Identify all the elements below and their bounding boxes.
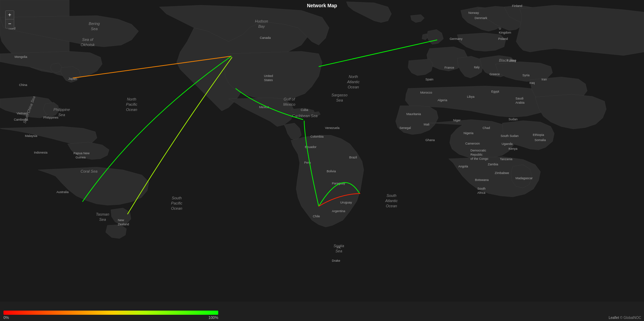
syria-label: Syria [522,73,530,77]
hudson-bay-label: Hudson [255,19,268,23]
svg-text:Atlantic: Atlantic [385,199,398,203]
iran-label: Iran [541,78,547,81]
sea-okhotsk-label: Sea of [82,37,94,42]
leaflet-link[interactable]: Leaflet [609,316,619,320]
gulf-mexico-label: Gulf of [284,97,295,101]
bolivia-label: Bolivia [327,170,336,173]
map-container: Network Map + − [0,0,644,321]
indonesia-label: Indonesia [34,151,47,154]
paraguay-label: Paraguay [332,182,345,185]
senegal-label: Senegal [399,126,411,130]
newzealand-label: New [118,218,124,222]
saudiarabia-label: Saudi [515,97,523,100]
ghana-label: Ghana [425,138,435,142]
madagascar-label: Madagascar [515,176,533,180]
zambia-label: Zambia [488,163,498,166]
uk-label2: Kingdom [499,31,511,34]
drc-label2: Republic [470,153,483,156]
png-label2: Guinea [76,156,86,159]
germany-label: Germany [450,37,463,41]
tasman-sea-label: Tasman [96,212,109,216]
svg-text:Ocean: Ocean [126,107,137,112]
chile-label: Chile [313,215,320,218]
svg-text:Okhotsk: Okhotsk [81,43,95,47]
svg-text:Atlantic: Atlantic [347,80,360,84]
svg-text:Ocean: Ocean [386,204,397,208]
copyright-label: © GlobalNOC [620,316,641,320]
svg-text:Sea: Sea [336,98,343,102]
south-pacific-label: South [172,196,182,200]
drc-label: Democratic [470,149,486,152]
egypt-label: Egypt [491,90,500,93]
svg-text:Pacific: Pacific [126,102,138,106]
poland-label: Poland [498,37,508,41]
southafrica-label2: Africa [477,191,485,194]
algeria-label: Algeria [438,98,447,102]
zoom-controls: + − [5,10,14,28]
svg-text:Sea: Sea [99,217,106,222]
legend-max-label: 100% [209,315,218,320]
somalia-label: Somalia [535,138,546,142]
ethiopia-label: Ethiopia [533,133,544,137]
south-atlantic-label: South [387,193,397,198]
svg-text:Bay: Bay [258,24,265,28]
argentina-label: Argentina [332,209,345,213]
mali-label: Mali [424,123,430,126]
canada-label: Canada [260,36,271,40]
tanzania-label: Tanzania [500,157,512,161]
spain-label: Spain [425,78,433,81]
bering-sea-label: Bering [89,21,100,26]
venezuela-label: Venezuela [325,126,339,130]
angola-label: Angola [458,165,468,168]
zoom-in-button[interactable]: + [5,10,14,19]
mongolia-label: Mongolia [15,55,27,59]
north-atlantic-label: North [349,75,358,79]
colombia-label: Colombia [310,135,324,138]
italy-label: Italy [474,66,480,69]
phil-sea-label: Philippine [53,107,70,112]
niger-label: Niger [453,119,461,122]
svg-text:Pacific: Pacific [171,201,183,205]
southafrica-label: South [477,187,486,190]
svg-text:Sea: Sea [335,249,342,253]
uganda-label: Uganda [502,142,513,146]
uruguay-label: Uruguay [340,201,352,204]
kenya-label: Kenya [509,147,518,150]
attribution: Leaflet © GlobalNOC [609,316,641,320]
svg-text:Mexico: Mexico [283,102,295,106]
legend-bar [3,311,218,315]
brazil-label: Brazil [349,156,357,159]
north-pacific-label: North [127,97,136,101]
us-label: United [264,74,273,78]
cuba-label: Cuba [301,108,308,112]
australia-label: Australia [56,190,69,194]
libya-label: Libya [467,95,475,98]
saudiarabia-label2: Arabia [515,101,524,104]
fk-label: FK [337,246,341,249]
world-map: North Pacific Ocean South Pacific Ocean … [0,0,644,302]
china-label: China [19,83,27,87]
png-label: Papua New [73,151,90,155]
denmark-label: Denmark [475,16,487,20]
newzealand-label2: Zealand [118,223,129,226]
coral-sea-label: Coral Sea [81,169,98,173]
botswana-label: Botswana [475,178,489,182]
finland-label: Finland [512,4,522,8]
greece-label: Greece [489,72,500,76]
us-label2: States [264,78,273,82]
norway-label: Norway [468,11,479,15]
sargasso-label: Sargasso [332,93,347,97]
france-label: France [444,66,454,69]
zoom-out-button[interactable]: − [5,19,14,28]
iraq-label: Iraq [529,81,535,85]
turkey-label: Turkey [507,59,517,62]
philippines-label: Philippines [43,116,59,119]
map-title: Network Map [307,3,337,8]
malaysia-label: Malaysia [25,134,37,138]
svg-text:Sea: Sea [91,27,98,31]
sudan-label: Sudan [509,118,518,121]
svg-text:Ocean: Ocean [171,206,182,210]
southsudan-label: South Sudan [501,134,519,138]
legend-min-label: 0% [3,315,9,320]
morocco-label: Morocco [420,91,432,94]
